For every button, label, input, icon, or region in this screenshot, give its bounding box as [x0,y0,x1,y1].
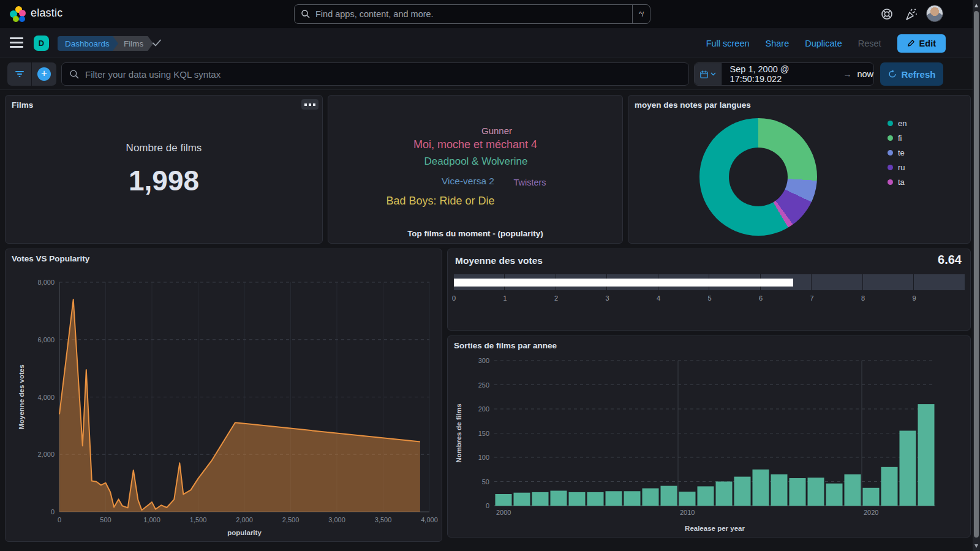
svg-text:0: 0 [486,502,489,509]
svg-text:2,000: 2,000 [37,451,55,458]
svg-text:2,000: 2,000 [236,516,253,523]
svg-text:8,000: 8,000 [37,279,55,286]
elastic-logo-text[interactable]: elastic [31,7,62,20]
elastic-logo-icon[interactable] [10,6,26,22]
share-button[interactable]: Share [766,39,790,48]
kibana-dashboard-app: elastic Find apps, content, and more. ^/ [0,0,980,551]
svg-text:100: 100 [478,454,489,461]
panel-title: Votes VS Popularity [12,254,89,263]
legend-label: ta [898,178,905,187]
metric-label: Nombre de films [126,142,202,154]
bar-chart[interactable]: 050100150200250300200020102020Realease p… [448,336,970,537]
gauge-title: Moyenne des votes [455,255,543,266]
dashboard-top-nav: D Dashboards Films Full screen Share Dup… [0,28,980,58]
kql-query-input[interactable] [85,69,681,80]
global-header: elastic Find apps, content, and more. ^/ [0,0,980,28]
user-avatar[interactable] [926,5,943,22]
news-party-popper-icon[interactable] [905,7,918,21]
edit-button[interactable]: Edit [897,34,946,53]
legend-dot-icon [888,150,893,156]
panel-title: Sorties de films par annee [454,341,557,350]
calendar-icon [699,70,709,79]
filter-funnel-button[interactable] [7,62,32,86]
filter-button-group: + [7,62,56,86]
search-icon [301,9,311,19]
gauge-tick-label: 7 [810,294,814,302]
legend-item[interactable]: ta [888,178,907,187]
calendar-menu-button[interactable] [695,63,722,85]
plus-icon: + [37,67,51,81]
search-shortcut-badge: ^/ [632,5,650,23]
space-avatar[interactable]: D [34,36,49,51]
donut-hole [729,148,788,206]
svg-text:150: 150 [478,430,489,437]
legend-label: ru [898,163,905,172]
breadcrumb-dashboards[interactable]: Dashboards [58,36,119,51]
filter-funnel-icon [15,70,24,78]
svg-text:Nombres de films: Nombres de films [455,403,462,463]
help-icon[interactable] [880,7,894,21]
svg-text:2010: 2010 [680,509,695,516]
svg-text:4,000: 4,000 [37,394,55,401]
svg-text:popularity: popularity [227,529,262,536]
legend-label: te [898,148,905,157]
time-range-picker: Sep 1, 2000 @ 17:50:19.022 → now [694,62,874,86]
reset-button[interactable]: Reset [858,39,881,48]
scroll-down-arrow-icon[interactable] [974,544,978,548]
gauge-tick-label: 9 [913,294,916,302]
page-scrollbar[interactable] [973,0,980,551]
svg-text:4,000: 4,000 [421,516,438,523]
time-end-value[interactable]: now [857,69,873,79]
tag-cloud-caption: Top films du moment - (popularity) [328,229,622,238]
panel-donut-languages: moyen des notes par langues enfiteruta [628,95,971,244]
nav-actions: Full screen Share Duplicate Reset Edit [706,28,946,58]
tag-cloud-item[interactable]: Twisters [513,178,546,187]
area-chart[interactable]: 05001,0001,5002,0002,5003,0003,5004,0000… [6,249,442,541]
tag-cloud-item[interactable]: Deadpool & Wolverine [424,156,528,168]
legend-label: fi [898,133,902,143]
gauge-tick-label: 8 [861,294,865,302]
saved-check-icon [152,39,162,47]
tag-cloud-item[interactable]: Bad Boys: Ride or Die [386,195,494,208]
legend-item[interactable]: en [888,119,907,128]
gauge-tick-label: 3 [606,294,609,302]
svg-text:2000: 2000 [496,509,511,516]
donut-chart[interactable] [699,118,817,236]
gauge-value: 6.64 [938,253,962,267]
add-filter-button[interactable]: + [32,62,56,86]
full-screen-button[interactable]: Full screen [706,39,750,48]
metric-value: 1,998 [129,164,199,197]
scrollbar-thumb[interactable] [974,11,979,538]
panel-votes-vs-popularity: Votes VS Popularity 05001,0001,5002,0002… [5,249,442,542]
svg-text:Realease per year: Realease per year [685,525,745,532]
refresh-button[interactable]: Refresh [880,62,943,86]
scroll-up-arrow-icon[interactable] [974,4,978,7]
svg-text:0: 0 [58,516,61,523]
svg-text:Moyenne des votes: Moyenne des votes [18,364,25,429]
legend-item[interactable]: fi [888,133,907,143]
svg-text:300: 300 [478,357,489,364]
kql-search-bar[interactable] [61,62,689,86]
gauge-tick-label: 5 [708,294,712,302]
legend-item[interactable]: ru [888,163,907,172]
donut-legend: enfiteruta [888,119,907,192]
legend-item[interactable]: te [888,148,907,157]
tag-cloud-item[interactable]: Gunner [481,126,512,136]
menu-hamburger-icon[interactable] [10,37,23,48]
svg-text:2020: 2020 [864,509,878,516]
panel-films-per-year: Sorties de films par annee 0501001502002… [447,335,971,538]
panel-average-votes-gauge: Moyenne des votes 6.64 0123456789 [447,249,971,331]
tag-cloud-item[interactable]: Moi, moche et méchant 4 [413,138,537,151]
legend-dot-icon [888,165,893,170]
svg-text:2,500: 2,500 [282,516,300,523]
legend-dot-icon [888,121,893,126]
duplicate-button[interactable]: Duplicate [805,39,842,48]
tag-cloud-item[interactable]: Vice-versa 2 [442,176,494,187]
svg-text:500: 500 [100,516,111,523]
global-search-bar[interactable]: Find apps, content, and more. ^/ [294,4,650,24]
time-start-value[interactable]: Sep 1, 2000 @ 17:50:19.022 [730,64,838,84]
refresh-icon [888,70,897,78]
gauge-tick-label: 6 [759,294,763,302]
metric-visualization: Nombre de films 1,998 [6,96,322,243]
gauge-tick-label: 0 [452,294,456,302]
